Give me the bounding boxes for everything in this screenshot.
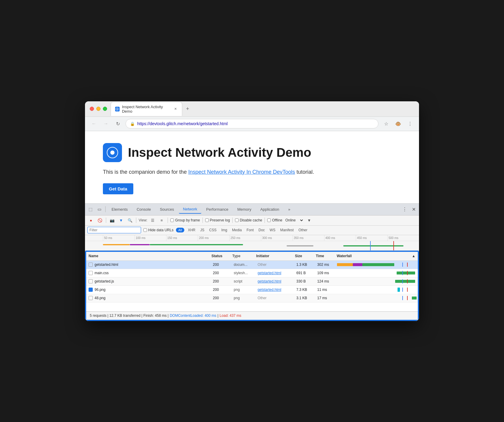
tree-view-button[interactable]: ≡ (158, 217, 165, 224)
device-toolbar-icon[interactable]: ▭ (95, 205, 103, 213)
row-waterfall (336, 286, 418, 294)
get-data-button[interactable]: Get Data (103, 183, 133, 194)
group-by-frame-checkbox[interactable]: Group by frame (170, 218, 200, 222)
refresh-button[interactable]: ↻ (114, 120, 122, 128)
col-header-time[interactable]: Time (313, 254, 334, 258)
toolbar-separator-5 (232, 218, 233, 223)
filter-doc[interactable]: Doc (257, 227, 266, 233)
row-name: 96.png (86, 288, 211, 292)
preserve-log-checkbox[interactable]: Preserve log (205, 218, 230, 222)
row-initiator: Other (255, 296, 294, 300)
maximize-button[interactable] (103, 107, 107, 111)
row-status: 200 (211, 271, 231, 275)
active-tab[interactable]: Inspect Network Activity Demo ✕ (111, 102, 182, 116)
row-initiator: Other (255, 263, 294, 267)
row-initiator[interactable]: getstarted.html (255, 288, 294, 292)
menu-button[interactable]: ⋮ (406, 120, 414, 128)
tab-application[interactable]: Application (256, 205, 284, 213)
table-row[interactable]: main.css 200 stylesh... getstarted.html … (86, 269, 418, 277)
throttle-arrow[interactable]: ▼ (306, 217, 313, 224)
filter-button[interactable]: ▼ (118, 217, 125, 224)
record-button[interactable]: ● (87, 217, 95, 224)
list-view-button[interactable]: ☰ (149, 217, 156, 224)
row-name: 48.png (86, 296, 211, 300)
filter-xhr[interactable]: XHR (187, 227, 197, 233)
page-title-row: Inspect Network Activity Demo (103, 143, 401, 162)
timeline-bar: 50 ms 100 ms 150 ms 200 ms 250 ms 300 ms… (85, 235, 419, 251)
filter-media[interactable]: Media (231, 227, 243, 233)
timeline-ticks: 50 ms 100 ms 150 ms 200 ms 250 ms 300 ms… (85, 235, 419, 241)
col-header-name[interactable]: Name (86, 254, 209, 258)
col-header-type[interactable]: Type (230, 254, 254, 258)
clear-button[interactable]: 🚫 (96, 217, 103, 224)
filter-img[interactable]: Img (220, 227, 228, 233)
close-button[interactable] (90, 107, 94, 111)
col-header-status[interactable]: Status (209, 254, 230, 258)
svg-point-3 (110, 151, 115, 155)
devtools-more-button[interactable]: ⋮ (401, 205, 409, 213)
col-header-size[interactable]: Size (293, 254, 313, 258)
search-button[interactable]: 🔍 (126, 217, 134, 224)
filter-all-chip[interactable]: All (176, 228, 184, 232)
hide-data-urls-checkbox[interactable]: Hide data URLs (143, 228, 174, 232)
back-button[interactable]: ← (90, 120, 98, 128)
row-waterfall (336, 277, 418, 286)
screenshot-button[interactable]: 📷 (109, 217, 116, 224)
row-status: 200 (211, 288, 231, 292)
throttle-select[interactable]: Online Slow 3G Fast 3G (284, 218, 304, 223)
tab-performance[interactable]: Performance (202, 205, 232, 213)
filter-manifest[interactable]: Manifest (279, 227, 295, 233)
row-time: 17 ms (315, 296, 336, 300)
tab-sources[interactable]: Sources (156, 205, 178, 213)
filter-ws[interactable]: WS (268, 227, 276, 233)
filter-other[interactable]: Other (297, 227, 309, 233)
tab-network[interactable]: Network (179, 205, 202, 214)
tab-elements[interactable]: Elements (107, 205, 132, 213)
tick-400ms: 400 ms (324, 235, 356, 241)
tab-separator (105, 206, 106, 212)
disable-cache-checkbox[interactable]: Disable cache (235, 218, 262, 222)
row-initiator[interactable]: getstarted.html (255, 279, 294, 283)
offline-checkbox[interactable]: Offline (267, 218, 282, 222)
row-size: 7.3 KB (294, 288, 315, 292)
page-title: Inspect Network Activity Demo (128, 145, 311, 160)
row-size: 1.3 KB (294, 263, 315, 267)
row-initiator[interactable]: getstarted.html (255, 271, 294, 275)
inspect-element-icon[interactable]: ⬚ (86, 205, 95, 213)
col-header-waterfall[interactable]: Waterfall ▲ (334, 252, 418, 260)
tab-console[interactable]: Console (132, 205, 155, 213)
tab-more[interactable]: » (284, 205, 294, 213)
filter-js[interactable]: JS (199, 227, 205, 233)
page-subtitle: This is the companion demo for the Inspe… (103, 168, 401, 176)
filter-input[interactable] (87, 227, 141, 233)
filter-css[interactable]: CSS (208, 227, 218, 233)
file-icon (89, 279, 93, 283)
row-waterfall (336, 269, 418, 277)
tab-memory[interactable]: Memory (233, 205, 256, 213)
table-row[interactable]: 96.png 200 png getstarted.html 7.3 KB 11… (86, 286, 418, 294)
bookmark-button[interactable]: ☆ (382, 120, 390, 128)
browser-window: Inspect Network Activity Demo ✕ + ← → ↻ … (85, 101, 419, 321)
tick-300ms: 300 ms (261, 235, 293, 241)
tick-350ms: 350 ms (293, 235, 324, 241)
table-row[interactable]: getstarted.js 200 script getstarted.html… (86, 277, 418, 286)
new-tab-button[interactable]: + (183, 105, 192, 113)
lock-icon: 🔒 (130, 122, 135, 126)
url-bar[interactable]: 🔒 https://devtools.glitch.me/network/get… (126, 119, 378, 128)
table-row[interactable]: getstarted.html 200 docum... Other 1.3 K… (86, 261, 418, 269)
minimize-button[interactable] (96, 107, 101, 111)
profile-avatar[interactable]: 🐵 (394, 120, 402, 128)
devtools-link[interactable]: Inspect Network Activity In Chrome DevTo… (188, 169, 295, 175)
col-header-initiator[interactable]: Initiator (254, 254, 293, 258)
row-name: getstarted.html (86, 263, 211, 267)
tick-100ms: 100 ms (134, 235, 166, 241)
timeline-graph (85, 241, 419, 251)
tab-close-button[interactable]: ✕ (173, 107, 178, 111)
filter-font[interactable]: Font (245, 227, 255, 233)
devtools-close-button[interactable]: ✕ (409, 205, 418, 213)
table-row[interactable]: 48.png 200 png Other 3.1 KB 17 ms (86, 294, 418, 302)
forward-button[interactable]: → (102, 120, 110, 128)
row-type: png (231, 296, 255, 300)
devtools-tabs: ⬚ ▭ Elements Console Sources Network Per… (85, 204, 419, 215)
page-content: Inspect Network Activity Demo This is th… (85, 131, 419, 203)
